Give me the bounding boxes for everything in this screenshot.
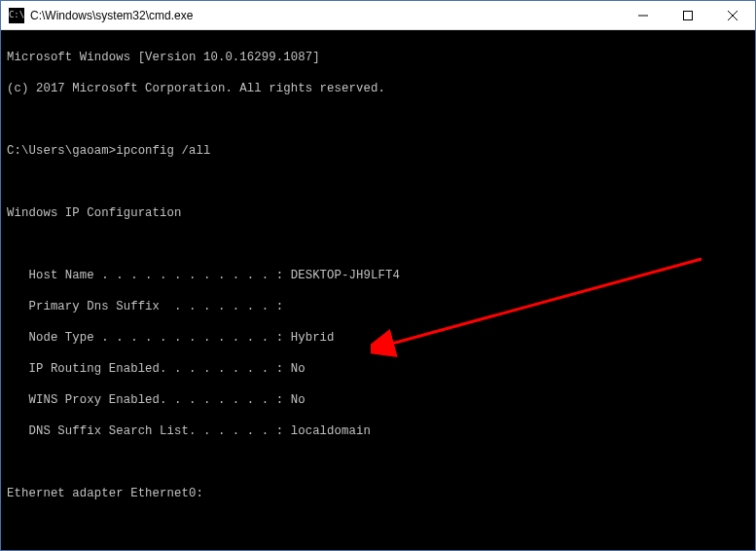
banner-line: Microsoft Windows [Version 10.0.16299.10… xyxy=(7,50,749,65)
minimize-button[interactable] xyxy=(621,1,666,29)
output-line: Host Name . . . . . . . . . . . . : DESK… xyxy=(7,268,749,283)
output-line: IP Routing Enabled. . . . . . . . : No xyxy=(7,361,749,377)
close-button[interactable] xyxy=(710,1,755,29)
output-line: Primary Dns Suffix . . . . . . . : xyxy=(7,299,749,314)
window-title: C:\Windows\system32\cmd.exe xyxy=(30,9,621,22)
prompt-line: C:\Users\gaoam>ipconfig /all xyxy=(7,143,749,159)
window-controls xyxy=(621,1,755,29)
terminal-output[interactable]: Microsoft Windows [Version 10.0.16299.10… xyxy=(1,30,755,550)
section-header: Ethernet adapter Ethernet0: xyxy=(7,486,749,501)
svg-rect-1 xyxy=(684,11,693,19)
banner-line: (c) 2017 Microsoft Corporation. All righ… xyxy=(7,81,749,96)
output-line: DNS Suffix Search List. . . . . . : loca… xyxy=(7,423,749,439)
section-header: Windows IP Configuration xyxy=(7,205,749,221)
cmd-icon: C:\ xyxy=(9,8,24,23)
window-titlebar: C:\ C:\Windows\system32\cmd.exe xyxy=(1,1,755,30)
maximize-button[interactable] xyxy=(666,1,710,29)
output-line: Node Type . . . . . . . . . . . . : Hybr… xyxy=(7,330,749,346)
output-line: WINS Proxy Enabled. . . . . . . . : No xyxy=(7,392,749,408)
